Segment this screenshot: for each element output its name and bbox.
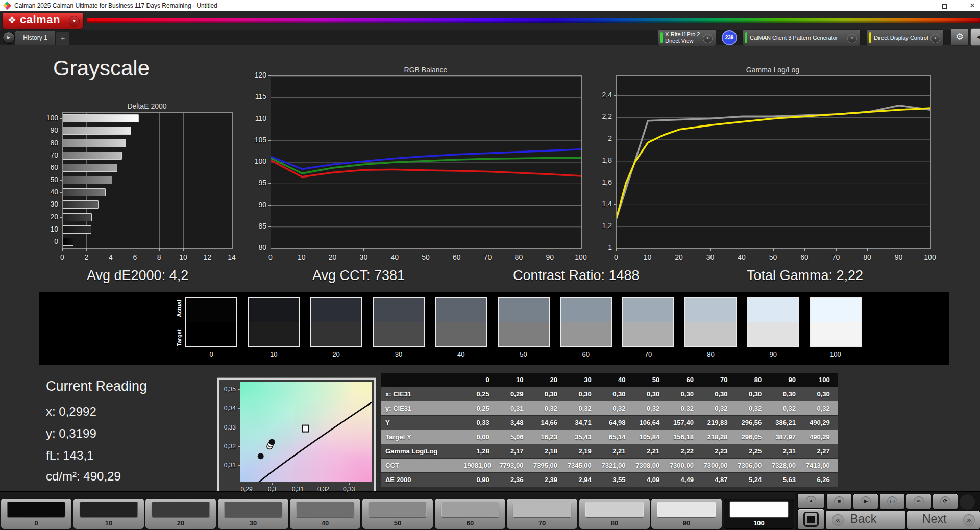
axis-tick	[488, 248, 488, 251]
pattern-level-label: 80	[579, 519, 650, 527]
continuous-icon: ∞	[914, 496, 924, 507]
swatch-actual-half	[186, 298, 236, 322]
gamma-y-tick-label: 1,8	[591, 156, 612, 164]
add-tab-button[interactable]: +	[56, 32, 69, 45]
pattern-level-button[interactable]: 20	[145, 499, 216, 529]
swatch-actual-half	[436, 298, 486, 322]
cie-y-tick-label: 0,34	[218, 405, 236, 412]
swatch-level-label: 30	[373, 350, 425, 358]
pattern-level-button[interactable]: 70	[507, 499, 577, 529]
rgb-x-tick-label: 10	[293, 253, 310, 261]
pattern-level-button[interactable]: 100	[724, 499, 794, 529]
axis-tick	[395, 248, 395, 251]
axis-tick	[614, 95, 616, 96]
table-cell: 7413,00	[804, 459, 838, 472]
swatch-actual-half	[561, 298, 611, 322]
deltae-y-tick-label: 80	[36, 139, 58, 147]
deltae-y-tick-label: 60	[36, 163, 58, 171]
pattern-generator-dropdown[interactable]: CalMAN Client 3 Pattern Generator ▼	[743, 29, 861, 46]
continuous-button[interactable]: ∞	[906, 494, 931, 509]
table-cell: 2,23	[702, 444, 736, 458]
minimize-button[interactable]: –	[900, 0, 920, 11]
axis-tick	[268, 119, 271, 119]
stop-button[interactable]: ■	[827, 494, 851, 509]
calman-wordmark: calman	[20, 13, 60, 27]
display-control-dropdown[interactable]: Direct Display Control ▼	[867, 29, 944, 46]
next-button[interactable]: Next »	[907, 511, 980, 529]
close-button[interactable]: ✕	[963, 0, 980, 11]
gridline	[232, 113, 232, 248]
spectrum-strip	[87, 18, 980, 23]
next-label: Next	[922, 512, 946, 526]
cie-chart	[217, 378, 376, 495]
rgb-x-tick-label: 100	[573, 253, 589, 261]
settings-gear-button[interactable]: ⚙	[950, 28, 969, 46]
table-cell: 7395,00	[531, 459, 566, 472]
table-cell: 0,30	[804, 387, 838, 401]
axis-tick	[324, 483, 324, 485]
refresh-button[interactable]: ⟳	[933, 494, 958, 509]
swatch-level-label: 40	[435, 350, 487, 358]
frame-step-button[interactable]: [··]	[880, 494, 904, 509]
collapse-panel-button[interactable]: ◀	[970, 28, 980, 46]
back-chevron-icon: «	[832, 514, 844, 526]
pattern-level-button[interactable]: 10	[74, 499, 144, 529]
table-cell: 3,48	[498, 416, 532, 430]
gamma-y-tick-label: 2,4	[591, 91, 612, 99]
swatch-target-half	[186, 322, 236, 346]
meter-reading-badge[interactable]: 239	[722, 30, 737, 45]
table-cell: 0,32	[668, 401, 702, 415]
tab-history[interactable]: History 1	[15, 31, 55, 45]
chevron-down-icon[interactable]: ▼	[703, 34, 713, 43]
tab-scroll-button[interactable]: ▶	[3, 32, 15, 44]
pattern-window-button[interactable]	[798, 509, 824, 529]
swatch-actual-half	[811, 298, 861, 322]
restore-button[interactable]	[935, 0, 954, 11]
deltae-x-tick-label: 0	[54, 253, 70, 261]
play-button[interactable]: ▶	[853, 494, 878, 509]
grayscale-swatch	[435, 297, 487, 347]
next-chevron-icon: »	[963, 514, 975, 526]
gridline	[208, 113, 208, 248]
up-arrow-icon: ▲	[806, 496, 816, 506]
axis-tick	[238, 465, 240, 466]
grayscale-swatch	[747, 297, 799, 347]
swatch-target-half	[685, 322, 736, 346]
table-cell: 0,25	[463, 387, 498, 401]
table-cell: 7328,00	[770, 459, 804, 472]
grayscale-swatch	[248, 297, 300, 347]
pattern-level-button[interactable]: 50	[362, 499, 433, 529]
table-header-cell: 40	[600, 373, 634, 387]
pattern-bar: ▲ « Back Next » 0102030405060708090100■▶…	[0, 491, 980, 530]
chevron-down-icon[interactable]: ▼	[69, 16, 80, 27]
pattern-level-button[interactable]: 60	[435, 499, 505, 529]
chevron-down-icon[interactable]: ▼	[930, 34, 940, 43]
swatch-target-half	[249, 322, 299, 346]
cie-data-point	[270, 439, 275, 444]
gamma-x-tick-label: 90	[891, 253, 907, 261]
calman-menu-button[interactable]: ❖ calman ▼	[3, 13, 83, 29]
axis-tick	[62, 248, 63, 251]
pattern-swatch	[224, 502, 282, 517]
table-cell: 296,56	[736, 416, 770, 430]
pattern-level-button[interactable]: 30	[218, 499, 288, 529]
axis-tick	[302, 248, 302, 251]
axis-tick	[238, 408, 240, 409]
table-cell: 7321,00	[600, 459, 634, 472]
pattern-level-button[interactable]: 0	[1, 499, 71, 529]
chevron-down-icon[interactable]: ▼	[847, 34, 857, 43]
rgb-y-tick-label: 90	[245, 200, 266, 209]
table-cell: 16,23	[531, 430, 566, 444]
gamma-x-tick-label: 50	[765, 253, 781, 261]
meter-device-dropdown[interactable]: X-Rite i1Pro 2 Direct View ▼	[658, 29, 716, 46]
back-button[interactable]: « Back	[826, 511, 905, 529]
axis-tick	[60, 118, 62, 119]
table-header-cell: 70	[702, 373, 736, 387]
axis-tick	[159, 248, 160, 251]
pattern-level-button[interactable]: 90	[651, 499, 722, 529]
pattern-level-button[interactable]: 80	[579, 499, 650, 529]
expand-up-button[interactable]: ▲	[798, 494, 824, 508]
pattern-level-button[interactable]: 40	[290, 499, 360, 529]
current-reading-cdm2: cd/m²: 490,29	[46, 469, 121, 484]
table-cell: 2,21	[634, 444, 668, 458]
